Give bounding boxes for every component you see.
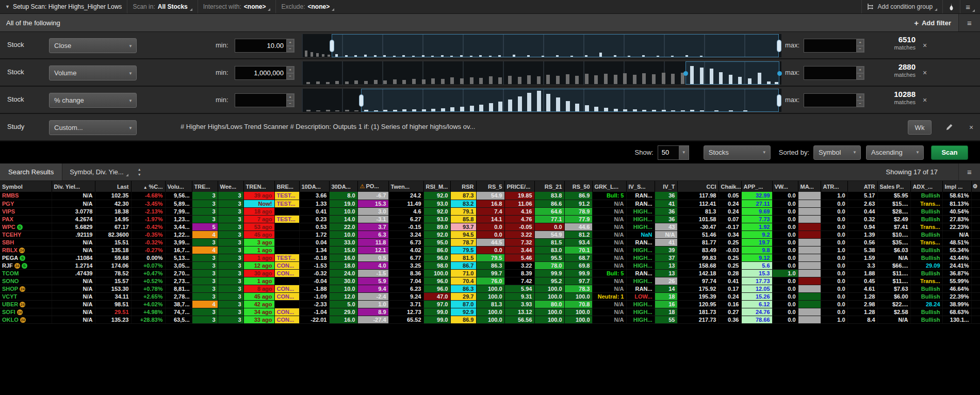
table-row-tcehy[interactable]: TCEHY.9211982.3600-0.35%1,22...4345 ago1… xyxy=(0,231,980,238)
scan-in-selector[interactable]: Scan in: All Stocks xyxy=(127,0,197,13)
max-spinner[interactable]: +− xyxy=(856,39,864,52)
min-range-handle[interactable] xyxy=(683,71,688,76)
remove-filter-button[interactable]: × xyxy=(920,68,929,77)
column-header-twen-[interactable]: Twen... xyxy=(388,181,423,192)
minus-icon[interactable]: − xyxy=(856,46,864,53)
column-header-rs-21[interactable]: RS_21 xyxy=(534,181,564,192)
min-range-handle[interactable] xyxy=(330,40,334,52)
column-header-tre-[interactable]: TRE... xyxy=(192,181,218,192)
column-header-rsr[interactable]: RSR xyxy=(450,181,476,192)
scan-button[interactable]: Scan xyxy=(931,145,968,160)
column-header-grk-l-[interactable]: GRK_L... xyxy=(592,181,626,192)
symbol-cell[interactable]: RMBS xyxy=(0,192,52,200)
minus-icon[interactable]: − xyxy=(856,101,864,107)
table-row-pax[interactable]: PAX4.267414.95-1.97%1,23...337 agoTEST..… xyxy=(0,215,980,223)
column-header-vw-[interactable]: VW... xyxy=(772,181,798,192)
scan-menu-button[interactable]: ≡ xyxy=(960,0,980,13)
histogram-selection[interactable] xyxy=(685,61,779,85)
column-header-sales-p-[interactable]: Sales P... xyxy=(877,181,910,192)
symbol-cell[interactable]: PEGAS xyxy=(0,254,52,261)
column-header-rs-5[interactable]: RS_5 xyxy=(476,181,504,192)
column-preset-selector[interactable]: Symbol, Div. Yie... xyxy=(62,168,130,176)
min-spinner[interactable]: +− xyxy=(286,39,294,52)
column-header-chaik-[interactable]: Chaik... xyxy=(718,181,741,192)
max-input[interactable] xyxy=(804,39,864,53)
sort-direction-dropdown[interactable]: Ascending ▼ xyxy=(866,145,924,160)
filter-field-dropdown[interactable]: Close ▼ xyxy=(49,38,137,53)
filter-field-dropdown[interactable]: % change ▼ xyxy=(49,93,137,108)
symbol-cell[interactable]: SHOP24 xyxy=(0,285,52,292)
table-row-wpc[interactable]: WPCS5.682967.17-0.42%3,44...5353 ago0.53… xyxy=(0,223,980,231)
column-header-wee-[interactable]: Wee... xyxy=(218,181,243,192)
min-range-handle[interactable] xyxy=(359,94,364,107)
symbol-cell[interactable]: TCOM xyxy=(0,269,52,277)
filter-field-dropdown[interactable]: Volume ▼ xyxy=(49,65,137,80)
symbol-cell[interactable]: SBH xyxy=(0,238,52,246)
show-count-combo[interactable]: 50 ▼ xyxy=(658,145,689,160)
sort-field-dropdown[interactable]: Symbol ▼ xyxy=(813,145,861,160)
column-header-impl-[interactable]: Impl ... xyxy=(942,181,971,192)
min-input[interactable] xyxy=(235,66,295,80)
table-row-sono[interactable]: SONON/A15.57+0.52%2,73...331 ago-0.0430.… xyxy=(0,277,980,285)
preset-stepper[interactable]: ▲ ▼ xyxy=(136,167,143,177)
column-header-cci[interactable]: CCI xyxy=(677,181,718,192)
column-header-symbol[interactable]: Symbol xyxy=(0,181,52,192)
column-header-rsi-m-[interactable]: RSI_M... xyxy=(423,181,450,192)
exclude-selector[interactable]: Exclude: <none> xyxy=(276,0,339,13)
column-header-volu-[interactable]: Volu... xyxy=(165,181,192,192)
close-histogram[interactable] xyxy=(302,34,781,57)
max-input[interactable] xyxy=(804,93,864,107)
minus-icon[interactable]: − xyxy=(856,73,864,80)
column-header-tren-[interactable]: TREN... xyxy=(243,181,274,192)
table-row-uber[interactable]: UBER24N/A98.51+4.02%38,7...4342 ago-2.33… xyxy=(0,300,980,308)
results-menu-button[interactable]: ≡ xyxy=(958,163,980,180)
aggregation-wk-button[interactable]: Wk xyxy=(908,120,932,135)
match-mode-label[interactable]: All of the following xyxy=(0,19,60,27)
symbol-cell[interactable]: SONO xyxy=(0,277,52,285)
min-input[interactable] xyxy=(235,39,295,53)
max-input[interactable] xyxy=(804,66,864,80)
up-arrow-icon[interactable]: ▲ xyxy=(136,167,143,172)
add-condition-group-button[interactable]: Add condition group xyxy=(862,0,942,13)
pct-change-histogram[interactable] xyxy=(302,89,781,112)
hot-scans-button[interactable] xyxy=(943,0,960,13)
column-header-iv-s-[interactable]: IV_S... xyxy=(626,181,655,192)
column-header-adx-[interactable]: ADX_... xyxy=(910,181,942,192)
table-row-rmbs[interactable]: RMBSN/A102.35-4.68%9,56...3339 agoTEST..… xyxy=(0,192,980,200)
table-settings-gear-icon[interactable]: ⚙ xyxy=(971,181,980,192)
table-row-vips[interactable]: VIPS3.077818.38-2.13%7,99...3318 ago0.41… xyxy=(0,207,980,215)
plus-icon[interactable]: + xyxy=(286,67,294,73)
study-dropdown[interactable]: Custom... ▼ xyxy=(49,120,137,135)
table-row-pega[interactable]: PEGAS.1108459.680.00%5,13...331 agoTEST.… xyxy=(0,254,980,261)
symbol-cell[interactable]: VIPS xyxy=(0,207,52,215)
symbol-cell[interactable]: PGY xyxy=(0,200,52,207)
minus-icon[interactable]: − xyxy=(286,73,294,80)
symbol-cell[interactable]: UBER24 xyxy=(0,300,52,308)
edit-study-button[interactable] xyxy=(945,123,953,131)
chevron-down-icon[interactable]: ▼ xyxy=(679,145,689,160)
symbol-cell[interactable]: VCYT xyxy=(0,292,52,300)
minus-icon[interactable]: − xyxy=(286,46,294,53)
setup-scan-collapse[interactable]: ▼ Setup Scan: Higher Highs_Higher Lows xyxy=(0,0,127,13)
remove-study-button[interactable]: × xyxy=(967,123,976,132)
filter-menu-button[interactable]: ≡ xyxy=(958,14,980,31)
column-header-ma-[interactable]: MA... xyxy=(798,181,821,192)
column-header-atr[interactable]: ATR xyxy=(847,181,877,192)
tab-search-results[interactable]: Search Results xyxy=(0,163,62,180)
symbol-cell[interactable]: TCEHY xyxy=(0,231,52,238)
symbol-cell[interactable]: SOFI24 xyxy=(0,308,52,316)
symbol-cell[interactable]: RBLX24 xyxy=(0,246,52,254)
down-arrow-icon[interactable]: ▼ xyxy=(136,172,143,177)
histogram-selection[interactable] xyxy=(361,89,779,112)
remove-filter-button[interactable]: × xyxy=(920,41,929,50)
min-input[interactable] xyxy=(235,93,295,107)
plus-icon[interactable]: + xyxy=(856,94,864,101)
column-header-bre-[interactable]: BRE... xyxy=(274,181,299,192)
min-spinner[interactable]: +− xyxy=(286,94,294,107)
table-row-sofi[interactable]: SOFI24N/A29.51+4.98%74,7...3334 agoCON..… xyxy=(0,308,980,316)
volume-histogram[interactable] xyxy=(302,61,781,85)
symbol-cell[interactable]: OKLO24 xyxy=(0,316,52,323)
symbol-cell[interactable]: WPCS xyxy=(0,223,52,231)
table-row-tcom[interactable]: TCOM.4743978.52+0.47%2,70...3330 agoCON.… xyxy=(0,269,980,277)
show-count-value[interactable]: 50 xyxy=(658,145,679,160)
